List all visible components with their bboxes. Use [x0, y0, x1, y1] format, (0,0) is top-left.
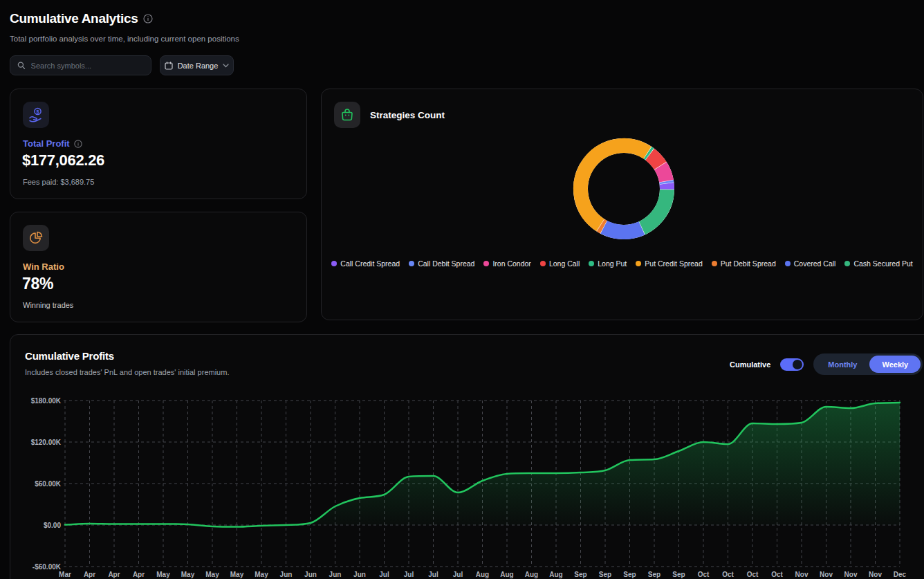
legend-dot [409, 261, 414, 266]
donut-segment-cash-secured-put[interactable] [642, 190, 667, 228]
win-ratio-label-row: Win Ratio [23, 261, 64, 272]
legend-item-call-debit-spread[interactable]: Call Debit Spread [409, 259, 474, 268]
pie-chart-icon [28, 230, 44, 246]
donut-segment-iron-condor[interactable] [660, 166, 666, 181]
x-axis-tick: Nov [869, 571, 882, 578]
legend-label: Put Credit Spread [645, 259, 702, 268]
search-icon [17, 61, 26, 70]
x-axis-tick: Aug [500, 571, 513, 578]
x-axis-tick: Apr [84, 571, 95, 578]
legend-dot [712, 261, 717, 266]
strategies-count-card: Strategies Count Call Credit SpreadCall … [321, 89, 923, 320]
legend-dot [483, 261, 489, 266]
x-axis-tick: Apr [133, 571, 145, 578]
total-profit-label: Total Profit [23, 138, 70, 149]
shopping-bag-icon [340, 107, 355, 122]
x-axis-tick: Sep [623, 571, 636, 578]
total-profit-icon-tile: $ [23, 102, 49, 128]
hand-coin-icon: $ [28, 107, 44, 123]
x-axis-tick: Oct [698, 571, 710, 578]
win-ratio-footnote: Winning trades [23, 301, 73, 309]
x-axis-tick: Jul [379, 571, 389, 578]
legend-label: Call Credit Spread [340, 259, 400, 268]
win-ratio-card: Win Ratio 78% Winning trades [10, 212, 307, 322]
toggle-knob [793, 360, 802, 369]
donut-segment-long-call[interactable] [650, 154, 660, 165]
legend-dot [540, 261, 546, 266]
legend-item-put-credit-spread[interactable]: Put Credit Spread [636, 259, 702, 268]
x-axis-tick: Aug [549, 571, 562, 578]
x-axis-tick: Sep [574, 571, 586, 578]
y-axis-tick: $120.00K [31, 439, 62, 446]
legend-item-cash-secured-put[interactable]: Cash Secured Put [844, 259, 912, 268]
cumulative-controls: Cumulative Monthly Weekly [730, 353, 923, 375]
search-input[interactable] [31, 62, 144, 70]
legend-label: Call Debit Spread [418, 259, 474, 268]
y-axis-tick: $180.00K [31, 397, 62, 405]
legend-dot [331, 261, 337, 266]
legend-item-covered-call[interactable]: Covered Call [785, 259, 836, 268]
donut-segment-covered-call[interactable] [604, 227, 642, 232]
x-axis-tick: Aug [525, 571, 538, 578]
cumulative-profits-title: Cumulative Profits [25, 350, 114, 362]
x-axis-tick: Jul [453, 571, 463, 578]
strategies-legend: Call Credit SpreadCall Debit SpreadIron … [322, 259, 923, 268]
y-axis-tick: $0.00 [44, 522, 61, 529]
total-profit-label-row: Total Profit [23, 138, 82, 149]
x-axis-tick: Jun [353, 571, 366, 578]
strategies-donut-chart[interactable] [565, 130, 683, 248]
donut-segment-put-debit-spread[interactable] [600, 226, 603, 227]
date-range-button[interactable]: Date Range [160, 55, 234, 75]
x-axis-tick: Mar [59, 571, 71, 578]
cumulative-profits-card: Cumulative Profits Includes closed trade… [10, 334, 924, 579]
legend-dot [785, 261, 791, 266]
date-range-label: Date Range [178, 62, 219, 70]
total-profit-footnote: Fees paid: $3,689.75 [23, 178, 94, 186]
donut-segment-long-put[interactable] [647, 153, 649, 154]
x-axis-tick: Oct [722, 571, 734, 578]
x-axis-tick: Sep [599, 571, 611, 578]
period-segmented-control: Monthly Weekly [813, 353, 923, 375]
cumulative-toggle-label: Cumulative [730, 360, 770, 369]
y-axis-tick: $60.00K [35, 480, 62, 488]
donut-segment-put-credit-spread[interactable] [581, 146, 648, 226]
period-option-weekly[interactable]: Weekly [869, 356, 921, 373]
page-title-row: Cumulative Analytics [10, 11, 153, 26]
cumulative-area-fill [65, 403, 900, 527]
legend-item-long-put[interactable]: Long Put [589, 259, 627, 268]
legend-item-iron-condor[interactable]: Iron Condor [483, 259, 530, 268]
legend-item-put-debit-spread[interactable]: Put Debit Spread [712, 259, 776, 268]
legend-label: Put Debit Spread [721, 259, 776, 268]
total-profit-card: $ Total Profit $177,062.26 Fees paid: $3… [10, 89, 307, 199]
strategies-icon-tile [334, 102, 360, 128]
legend-label: Long Put [598, 259, 627, 268]
x-axis-tick: Dec [894, 571, 907, 578]
x-axis-tick: May [230, 571, 244, 578]
cumulative-toggle[interactable] [780, 358, 804, 371]
legend-dot [636, 261, 641, 266]
calendar-icon [165, 62, 173, 70]
legend-dot [844, 261, 850, 266]
x-axis-tick: Apr [108, 571, 120, 578]
info-icon[interactable] [143, 14, 153, 24]
x-axis-tick: Nov [844, 571, 858, 578]
legend-item-long-call[interactable]: Long Call [540, 259, 580, 268]
x-axis-tick: Jun [280, 571, 293, 578]
legend-item-call-credit-spread[interactable]: Call Credit Spread [331, 259, 400, 268]
x-axis-tick: May [205, 571, 219, 578]
x-axis-tick: Sep [648, 571, 660, 578]
strategies-count-title: Strategies Count [370, 110, 445, 120]
cumulative-profits-chart[interactable]: $180.00K$120.00K$60.00K$0.00-$60.00KMarA… [10, 389, 924, 579]
x-axis-tick: Nov [820, 571, 833, 578]
x-axis-tick: Oct [747, 571, 759, 578]
period-option-monthly[interactable]: Monthly [815, 356, 869, 373]
x-axis-tick: Aug [476, 571, 489, 578]
x-axis-tick: Oct [771, 571, 783, 578]
x-axis-tick: May [181, 571, 195, 578]
chevron-down-icon [223, 64, 229, 68]
legend-label: Iron Condor [492, 259, 530, 268]
x-axis-tick: Jun [329, 571, 342, 578]
search-box[interactable] [10, 55, 151, 75]
x-axis-tick: Jun [304, 571, 317, 578]
info-icon[interactable] [74, 140, 82, 148]
